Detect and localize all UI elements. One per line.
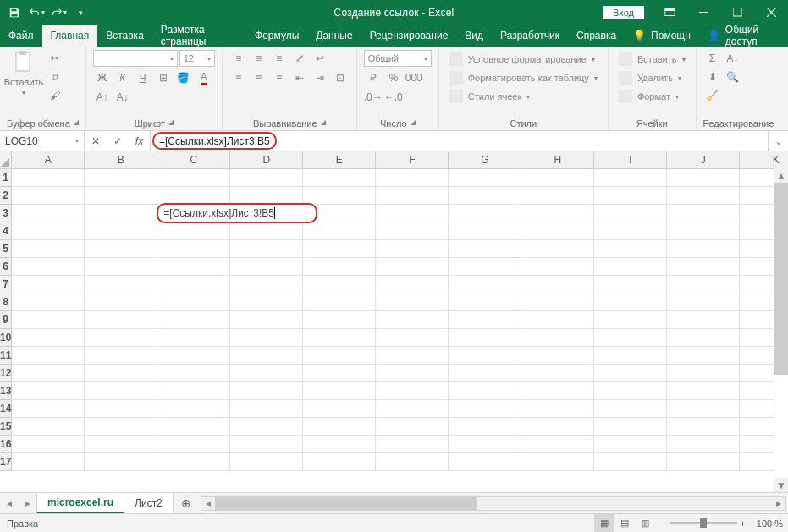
cell-C4[interactable] [157,222,230,239]
cell-J6[interactable] [667,257,740,275]
cell-D16[interactable] [230,435,303,452]
cell-A12[interactable] [12,364,85,381]
cell-G10[interactable] [449,328,521,346]
cell-C7[interactable] [157,275,230,293]
cell-I5[interactable] [594,239,667,257]
sheet-tab-2[interactable]: Лист2 [124,493,174,513]
cell-F17[interactable] [376,452,449,470]
comma-icon[interactable]: 000 [405,69,423,86]
col-header-B[interactable]: B [85,151,157,168]
tab-help[interactable]: Справка [568,25,625,47]
signin-button[interactable]: Вход [603,6,644,19]
align-center-icon[interactable]: ≡ [250,69,268,86]
cell-G5[interactable] [449,239,521,257]
cell-C13[interactable] [157,381,230,399]
sheet-tab-1[interactable]: microexcel.ru [36,493,124,513]
col-header-E[interactable]: E [303,151,376,168]
row-header-12[interactable]: 12 [0,364,12,381]
cell-G9[interactable] [449,310,521,328]
qat-customize-icon[interactable]: ▾ [71,3,90,22]
row-header-9[interactable]: 9 [0,310,12,328]
maximize-icon[interactable] [720,0,754,25]
cell-C15[interactable] [157,417,230,435]
cell-C1[interactable] [157,168,230,186]
cell-A1[interactable] [12,168,85,186]
format-painter-icon[interactable]: 🖌 [46,87,64,104]
undo-icon[interactable]: ▾ [27,3,46,22]
cell-J4[interactable] [667,222,740,239]
select-all-button[interactable] [0,151,12,168]
cell-A7[interactable] [12,275,85,293]
increase-decimal-icon[interactable]: .0→ [364,89,383,106]
cell-E14[interactable] [303,399,376,417]
tab-insert[interactable]: Вставка [97,25,152,47]
delete-cells-button[interactable]: Удалить▾ [615,69,689,87]
cell-D7[interactable] [230,275,303,293]
wrap-text-icon[interactable]: ↩ [311,50,329,67]
fx-icon[interactable]: fx [129,131,151,151]
cell-H17[interactable] [521,452,594,470]
col-header-A[interactable]: A [12,151,85,168]
cell-H16[interactable] [521,435,594,452]
cell-H9[interactable] [521,310,594,328]
cell-B8[interactable] [85,293,157,310]
cell-B2[interactable] [85,186,157,204]
cell-H2[interactable] [521,186,594,204]
cell-G11[interactable] [449,346,521,364]
tab-developer[interactable]: Разработчик [492,25,568,47]
font-launcher-icon[interactable]: ◢ [168,118,174,129]
format-cells-button[interactable]: Формат▾ [615,87,689,106]
cell-F4[interactable] [376,222,449,239]
cell-G13[interactable] [449,381,521,399]
cell-I9[interactable] [594,310,667,328]
col-header-H[interactable]: H [521,151,594,168]
row-header-6[interactable]: 6 [0,257,12,275]
cell-J5[interactable] [667,239,740,257]
cell-I15[interactable] [594,417,667,435]
row-header-10[interactable]: 10 [0,328,12,346]
cell-I11[interactable] [594,346,667,364]
number-format-select[interactable]: Общий▾ [364,50,432,67]
cell-I4[interactable] [594,222,667,239]
cell-I8[interactable] [594,293,667,310]
row-header-16[interactable]: 16 [0,435,12,452]
cell-I17[interactable] [594,452,667,470]
redo-icon[interactable]: ▾ [49,3,68,22]
cell-F3[interactable] [376,204,449,222]
cell-B11[interactable] [85,346,157,364]
cut-icon[interactable]: ✂ [46,50,64,67]
sort-filter-icon[interactable]: A↓ [724,50,742,67]
cell-C9[interactable] [157,310,230,328]
page-break-view-icon[interactable]: ▥ [635,514,655,533]
cell-D9[interactable] [230,310,303,328]
border-button[interactable]: ⊞ [154,69,173,86]
paste-button[interactable]: Вставить ▾ [7,50,41,104]
cell-E9[interactable] [303,310,376,328]
row-header-11[interactable]: 11 [0,346,12,364]
format-table-button[interactable]: Форматировать как таблицу▾ [446,69,601,87]
align-top-icon[interactable]: ≡ [229,50,248,67]
cell-G16[interactable] [449,435,521,452]
cell-J11[interactable] [667,346,740,364]
cell-styles-button[interactable]: Стили ячеек▾ [446,87,601,106]
cell-B9[interactable] [85,310,157,328]
scroll-up-icon[interactable]: ▲ [774,168,788,183]
cell-F11[interactable] [376,346,449,364]
cell-F2[interactable] [376,186,449,204]
fill-color-button[interactable]: 🪣 [174,69,193,86]
cell-C5[interactable] [157,239,230,257]
vertical-scrollbar[interactable]: ▲ ▼ [774,168,788,492]
cell-B7[interactable] [85,275,157,293]
cell-H13[interactable] [521,381,594,399]
cell-D10[interactable] [230,328,303,346]
cell-E6[interactable] [303,257,376,275]
cell-E16[interactable] [303,435,376,452]
row-header-8[interactable]: 8 [0,293,12,310]
cell-D17[interactable] [230,452,303,470]
cell-J14[interactable] [667,399,740,417]
hscroll-right-icon[interactable]: ▸ [772,497,785,509]
normal-view-icon[interactable]: ▦ [594,514,614,533]
name-box[interactable]: LOG10▾ [0,131,85,151]
align-bottom-icon[interactable]: ≡ [270,50,289,67]
new-sheet-icon[interactable]: ⊕ [174,493,199,513]
